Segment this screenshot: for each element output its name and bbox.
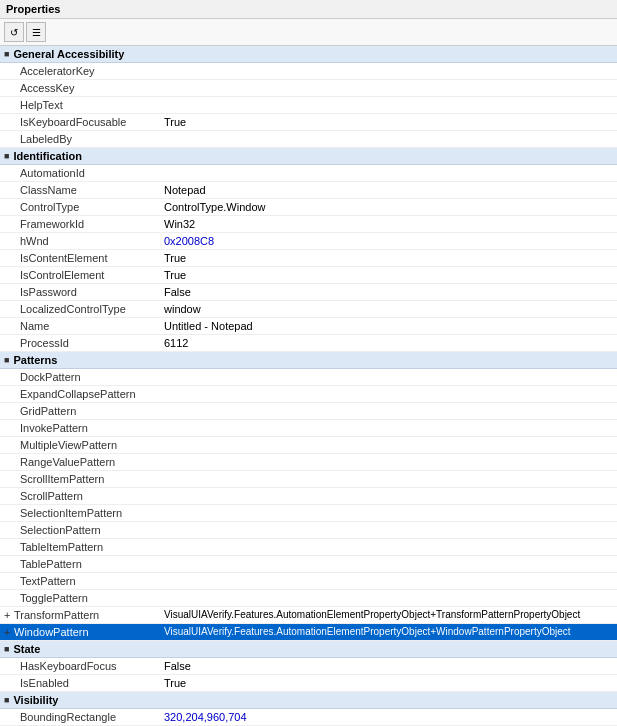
prop-name: ScrollItemPattern — [0, 472, 160, 486]
property-row[interactable]: DockPattern — [0, 369, 617, 386]
property-row[interactable]: RangeValuePattern — [0, 454, 617, 471]
expandable-row[interactable]: +WindowPatternVisualUIAVerify.Features.A… — [0, 624, 617, 641]
prop-value: True — [160, 115, 617, 129]
property-row[interactable]: TableItemPattern — [0, 539, 617, 556]
property-row[interactable]: BoundingRectangle320,204,960,704 — [0, 709, 617, 726]
prop-name: IsEnabled — [0, 676, 160, 690]
property-row[interactable]: IsControlElementTrue — [0, 267, 617, 284]
property-row[interactable]: FrameworkIdWin32 — [0, 216, 617, 233]
property-row[interactable]: ControlTypeControlType.Window — [0, 199, 617, 216]
prop-name: HelpText — [0, 98, 160, 112]
prop-value — [160, 98, 617, 112]
property-row[interactable]: ClassNameNotepad — [0, 182, 617, 199]
prop-name: ProcessId — [0, 336, 160, 350]
prop-name: HasKeyboardFocus — [0, 659, 160, 673]
section-header-visibility[interactable]: ■Visibility — [0, 692, 617, 709]
prop-value — [160, 404, 617, 418]
prop-name: RangeValuePattern — [0, 455, 160, 469]
prop-name: ScrollPattern — [0, 489, 160, 503]
prop-name: ControlType — [0, 200, 160, 214]
property-row[interactable]: TogglePattern — [0, 590, 617, 607]
section-label: Patterns — [13, 354, 57, 366]
collapse-icon: ■ — [4, 49, 9, 59]
prop-value: Win32 — [160, 217, 617, 231]
property-row[interactable]: IsPasswordFalse — [0, 284, 617, 301]
toolbar: ↺ ☰ — [0, 19, 617, 46]
property-row[interactable]: LocalizedControlTypewindow — [0, 301, 617, 318]
section-label: General Accessibility — [13, 48, 124, 60]
section-header-identification[interactable]: ■Identification — [0, 148, 617, 165]
prop-name: IsControlElement — [0, 268, 160, 282]
section-header-state[interactable]: ■State — [0, 641, 617, 658]
section-label: Visibility — [13, 694, 58, 706]
property-row[interactable]: ProcessId6112 — [0, 335, 617, 352]
section-label: Identification — [13, 150, 81, 162]
prop-value — [160, 81, 617, 95]
list-view-button[interactable]: ☰ — [26, 22, 46, 42]
section-header-patterns[interactable]: ■Patterns — [0, 352, 617, 369]
prop-value — [160, 523, 617, 537]
prop-value — [160, 421, 617, 435]
property-row[interactable]: ScrollPattern — [0, 488, 617, 505]
prop-value — [160, 506, 617, 520]
prop-value — [160, 489, 617, 503]
prop-value — [160, 387, 617, 401]
property-row[interactable]: ScrollItemPattern — [0, 471, 617, 488]
refresh-button[interactable]: ↺ — [4, 22, 24, 42]
prop-name: AccessKey — [0, 81, 160, 95]
prop-value: False — [160, 285, 617, 299]
prop-name: TogglePattern — [0, 591, 160, 605]
property-row[interactable]: IsKeyboardFocusableTrue — [0, 114, 617, 131]
prop-value: 0x2008C8 — [160, 234, 617, 248]
property-row[interactable]: ExpandCollapsePattern — [0, 386, 617, 403]
prop-name: SelectionPattern — [0, 523, 160, 537]
panel-header: Properties — [0, 0, 617, 19]
property-row[interactable]: AcceleratorKey — [0, 63, 617, 80]
prop-name: ExpandCollapsePattern — [0, 387, 160, 401]
prop-value — [160, 455, 617, 469]
panel: Properties ↺ ☰ ■General AccessibilityAcc… — [0, 0, 617, 726]
expand-icon: + — [0, 625, 14, 639]
property-row[interactable]: IsEnabledTrue — [0, 675, 617, 692]
expandable-row[interactable]: +TransformPatternVisualUIAVerify.Feature… — [0, 607, 617, 624]
prop-value: ControlType.Window — [160, 200, 617, 214]
prop-value: VisualUIAVerify.Features.AutomationEleme… — [160, 608, 617, 622]
property-row[interactable]: HasKeyboardFocusFalse — [0, 658, 617, 675]
property-row[interactable]: AutomationId — [0, 165, 617, 182]
prop-value — [160, 64, 617, 78]
collapse-icon: ■ — [4, 355, 9, 365]
property-row[interactable]: TextPattern — [0, 573, 617, 590]
prop-value: True — [160, 268, 617, 282]
prop-name: SelectionItemPattern — [0, 506, 160, 520]
prop-name: IsPassword — [0, 285, 160, 299]
prop-value: True — [160, 251, 617, 265]
property-row[interactable]: NameUntitled - Notepad — [0, 318, 617, 335]
property-row[interactable]: GridPattern — [0, 403, 617, 420]
section-header-general-accessibility[interactable]: ■General Accessibility — [0, 46, 617, 63]
prop-name: FrameworkId — [0, 217, 160, 231]
prop-value: 6112 — [160, 336, 617, 350]
prop-value: Untitled - Notepad — [160, 319, 617, 333]
property-row[interactable]: MultipleViewPattern — [0, 437, 617, 454]
prop-value — [160, 370, 617, 384]
prop-name: Name — [0, 319, 160, 333]
property-row[interactable]: HelpText — [0, 97, 617, 114]
prop-name: AutomationId — [0, 166, 160, 180]
prop-value — [160, 557, 617, 571]
property-row[interactable]: hWnd0x2008C8 — [0, 233, 617, 250]
property-row[interactable]: LabeledBy — [0, 131, 617, 148]
prop-name: GridPattern — [0, 404, 160, 418]
prop-name: hWnd — [0, 234, 160, 248]
property-row[interactable]: AccessKey — [0, 80, 617, 97]
prop-value — [160, 574, 617, 588]
prop-value: 320,204,960,704 — [160, 710, 617, 724]
property-row[interactable]: InvokePattern — [0, 420, 617, 437]
property-row[interactable]: SelectionItemPattern — [0, 505, 617, 522]
property-row[interactable]: IsContentElementTrue — [0, 250, 617, 267]
property-row[interactable]: TablePattern — [0, 556, 617, 573]
collapse-icon: ■ — [4, 644, 9, 654]
property-row[interactable]: SelectionPattern — [0, 522, 617, 539]
prop-value — [160, 540, 617, 554]
prop-name: TableItemPattern — [0, 540, 160, 554]
prop-name: IsKeyboardFocusable — [0, 115, 160, 129]
